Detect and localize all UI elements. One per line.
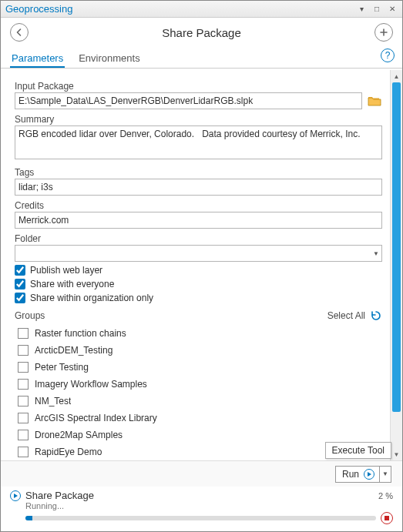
reset-icon[interactable]	[370, 309, 382, 322]
content-area: Input Package Summary Tags Credits Folde…	[1, 70, 402, 460]
groups-label: Groups	[15, 310, 327, 321]
add-button[interactable]	[374, 23, 393, 42]
group-label: Drone2Map SAmples	[35, 430, 123, 440]
scroll-down-icon[interactable]: ▼	[391, 448, 402, 460]
vertical-scrollbar[interactable]: ▲ ▼	[390, 70, 402, 460]
group-checkbox[interactable]	[18, 362, 29, 373]
run-dropdown-button[interactable]: ▼	[380, 467, 391, 482]
header-row: Share Package	[1, 18, 402, 47]
tabs-row: Parameters Environments ?	[1, 47, 402, 69]
group-item: Drone2Map SAmples	[18, 427, 382, 443]
share-everyone-checkbox[interactable]	[15, 279, 25, 289]
stop-button[interactable]	[381, 512, 393, 524]
run-button[interactable]: Run	[336, 467, 380, 482]
group-checkbox[interactable]	[18, 430, 29, 440]
run-button-group: Run ▼	[335, 466, 391, 483]
run-button-label: Run	[342, 469, 359, 480]
group-item: Raster function chains	[18, 325, 382, 342]
group-item: ArcticDEM_Testing	[18, 342, 382, 359]
group-checkbox[interactable]	[18, 413, 29, 423]
run-row: Run ▼ Execute Tool	[1, 460, 402, 487]
credits-field[interactable]	[15, 212, 382, 229]
summary-label: Summary	[15, 114, 382, 125]
group-item: Imagery Workflow Samples	[18, 376, 382, 393]
scroll-area: Input Package Summary Tags Credits Folde…	[1, 70, 390, 460]
credits-label: Credits	[15, 200, 382, 211]
group-checkbox[interactable]	[18, 379, 29, 390]
group-label: ArcGIS Spectral Index Library	[35, 413, 157, 423]
share-org-label: Share within organization only	[30, 293, 153, 303]
group-label: ArcticDEM_Testing	[35, 345, 113, 356]
group-checkbox[interactable]	[18, 345, 29, 356]
folder-select[interactable]	[15, 245, 382, 262]
share-org-checkbox[interactable]	[15, 293, 25, 303]
tags-label: Tags	[15, 167, 382, 178]
status-title: Share Package	[25, 490, 94, 501]
input-package-field[interactable]	[15, 92, 362, 109]
play-icon	[364, 469, 374, 480]
group-label: Peter Testing	[35, 362, 89, 373]
progress-bar-fill	[25, 516, 32, 520]
group-item: NM_Test	[18, 393, 382, 410]
status-play-icon[interactable]	[10, 490, 21, 501]
scroll-up-icon[interactable]: ▲	[391, 70, 402, 82]
status-state: Running...	[25, 501, 393, 510]
maximize-icon[interactable]: □	[370, 4, 384, 15]
dropdown-icon[interactable]: ▾	[354, 4, 368, 15]
progress-percent-label: 2 %	[378, 491, 393, 500]
group-item: ArcGIS Spectral Index Library	[18, 410, 382, 427]
title-bar: Geoprocessing ▾ □ ✕	[1, 1, 402, 18]
scroll-thumb[interactable]	[392, 82, 401, 412]
tab-parameters[interactable]: Parameters	[10, 49, 65, 68]
summary-field[interactable]	[15, 125, 382, 159]
group-checkbox[interactable]	[18, 396, 29, 407]
back-button[interactable]	[10, 23, 29, 42]
group-list: Raster function chainsArcticDEM_TestingP…	[15, 325, 382, 460]
group-label: RapidEye Demo	[35, 447, 102, 457]
close-icon[interactable]: ✕	[385, 4, 399, 15]
group-checkbox[interactable]	[18, 447, 29, 457]
group-label: Raster function chains	[35, 328, 126, 339]
select-all-link[interactable]: Select All	[327, 310, 365, 321]
browse-folder-icon[interactable]	[367, 93, 382, 109]
progress-bar	[25, 516, 376, 520]
tool-title: Share Package	[29, 26, 374, 39]
group-label: Imagery Workflow Samples	[35, 379, 147, 390]
input-package-label: Input Package	[15, 81, 382, 92]
status-area: Share Package 2 % Running... View Detail…	[1, 487, 402, 531]
tags-field[interactable]	[15, 179, 382, 196]
group-label: NM_Test	[35, 396, 71, 407]
window-title: Geoprocessing	[5, 3, 353, 15]
group-checkbox[interactable]	[18, 328, 29, 339]
tab-environments[interactable]: Environments	[77, 49, 141, 68]
group-item: Peter Testing	[18, 359, 382, 376]
help-button[interactable]: ?	[381, 49, 395, 62]
run-tooltip: Execute Tool	[325, 442, 392, 459]
publish-web-layer-checkbox[interactable]	[15, 265, 25, 276]
share-everyone-label: Share with everyone	[30, 279, 114, 289]
publish-web-layer-label: Publish web layer	[30, 265, 102, 276]
folder-label: Folder	[15, 233, 382, 244]
